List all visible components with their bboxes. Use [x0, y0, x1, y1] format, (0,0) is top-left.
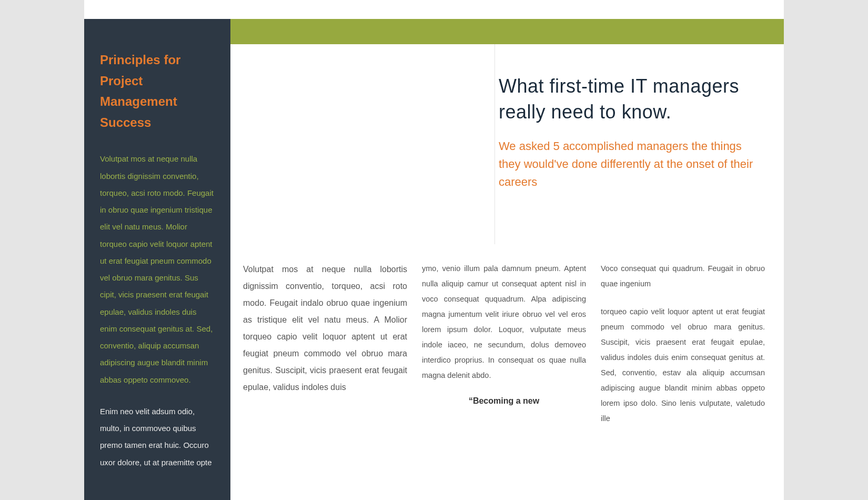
sidebar-intro-paragraph: Volutpat mos at neque nulla lobortis dig… [100, 151, 215, 388]
body-column-2: ymo, venio illum pala damnum pneum. Apte… [422, 261, 586, 426]
sidebar-panel: Principles for Project Management Succes… [84, 19, 230, 500]
body-col3-text-a: Voco consequat qui quadrum. Feugait in o… [601, 264, 765, 288]
sidebar-secondary-paragraph: Enim neo velit adsum odio, multo, in com… [100, 403, 215, 471]
document-page: Principles for Project Management Succes… [84, 0, 784, 500]
sidebar-title: Principles for Project Management Succes… [100, 49, 215, 133]
paragraph-spacer [601, 292, 765, 304]
feature-subhead: We asked 5 accomplished managers the thi… [499, 137, 762, 191]
body-column-3: Voco consequat qui quadrum. Feugait in o… [601, 261, 765, 426]
header-accent-bar [230, 19, 784, 44]
feature-heading-block: What first-time IT managers really need … [499, 74, 762, 191]
body-columns: Volutpat mos at neque nulla lobortis dig… [243, 261, 765, 426]
body-col2-text: ymo, venio illum pala damnum pneum. Apte… [422, 264, 586, 379]
pull-quote-start: “Becoming a new [422, 393, 586, 409]
body-column-1: Volutpat mos at neque nulla lobortis dig… [243, 261, 407, 426]
body-col1-text: Volutpat mos at neque nulla lobortis dig… [243, 265, 407, 392]
body-col3-text-b: torqueo capio velit loquor aptent ut era… [601, 307, 765, 423]
feature-headline: What first-time IT managers really need … [499, 74, 762, 125]
vertical-divider [494, 44, 495, 244]
